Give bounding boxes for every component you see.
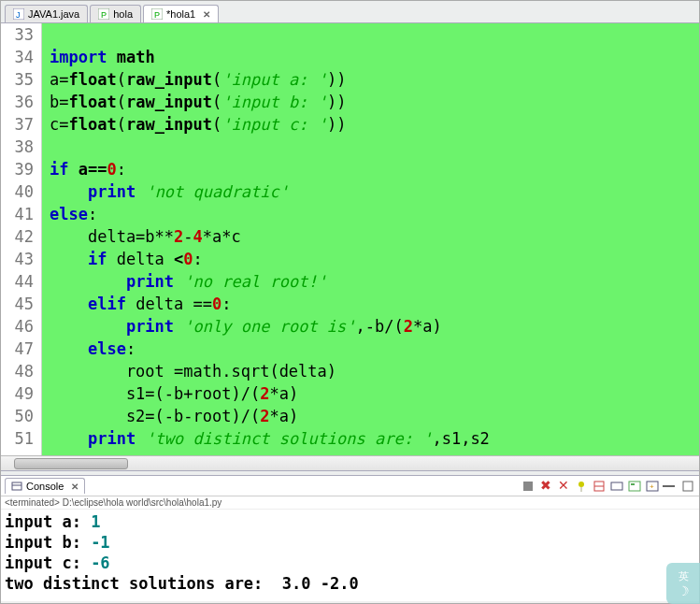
- console-tab-label: Console: [26, 481, 64, 492]
- svg-rect-21: [683, 482, 693, 491]
- code-area[interactable]: import math a=float(raw_input('input a: …: [42, 23, 699, 470]
- console-toolbar: ✖✕+: [521, 479, 695, 494]
- svg-rect-16: [629, 482, 640, 491]
- remove-all-icon[interactable]: ✖: [538, 479, 553, 494]
- editor-tab[interactable]: JJAVA1.java: [5, 5, 88, 22]
- console-tab[interactable]: Console ✕: [5, 478, 85, 494]
- close-icon[interactable]: ✕: [203, 9, 210, 20]
- svg-text:P: P: [154, 10, 160, 20]
- svg-text:+: +: [650, 482, 654, 491]
- ime-top: 英: [679, 569, 689, 583]
- moon-icon: ☽: [678, 583, 690, 598]
- horizontal-scrollbar[interactable]: [1, 455, 699, 470]
- editor-area: 33 34 35 36 37 38 39 40 41 42 43 44 45 4…: [1, 23, 699, 470]
- console-header: Console ✕ ✖✕+: [1, 476, 699, 496]
- svg-rect-15: [611, 482, 622, 490]
- editor-tab-bar: JJAVA1.javaPholaP*hola1✕: [1, 1, 699, 23]
- editor-tab[interactable]: P*hola1✕: [143, 5, 219, 22]
- terminated-line: <terminated> D:\eclipse\hola world\src\h…: [1, 496, 699, 510]
- svg-text:✖: ✖: [540, 479, 551, 493]
- svg-text:P: P: [101, 10, 107, 20]
- scroll-lock-icon[interactable]: [592, 479, 607, 494]
- close-icon[interactable]: ✕: [71, 482, 79, 492]
- python-file-icon: P: [98, 8, 109, 20]
- svg-text:J: J: [16, 10, 21, 20]
- console-icon: [11, 481, 22, 492]
- min-icon[interactable]: [663, 479, 678, 494]
- python-file-icon: P: [151, 8, 163, 20]
- stop-icon[interactable]: [521, 479, 536, 494]
- open-console-icon[interactable]: +: [645, 479, 660, 494]
- tab-label: hola: [113, 8, 133, 20]
- pin-icon[interactable]: [574, 479, 589, 494]
- editor-tab[interactable]: Phola: [90, 5, 141, 22]
- svg-rect-17: [631, 483, 635, 485]
- svg-point-11: [579, 482, 584, 487]
- show-console-icon[interactable]: [609, 479, 624, 494]
- svg-rect-6: [12, 482, 21, 490]
- line-gutter: 33 34 35 36 37 38 39 40 41 42 43 44 45 4…: [1, 23, 42, 470]
- tab-label: *hola1: [166, 8, 195, 20]
- svg-text:✕: ✕: [558, 479, 569, 493]
- svg-rect-8: [523, 482, 533, 491]
- display-selected-icon[interactable]: [627, 479, 642, 494]
- ime-widget[interactable]: 英 ☽: [666, 563, 700, 604]
- java-file-icon: J: [13, 8, 24, 20]
- max-icon[interactable]: [680, 479, 695, 494]
- tab-label: JAVA1.java: [28, 8, 79, 20]
- remove-icon[interactable]: ✕: [556, 479, 571, 494]
- console-pane: Console ✕ ✖✕+ <terminated> D:\eclipse\ho…: [1, 476, 699, 601]
- console-output[interactable]: input a: 1 input b: -1 input c: -6 two d…: [1, 510, 699, 601]
